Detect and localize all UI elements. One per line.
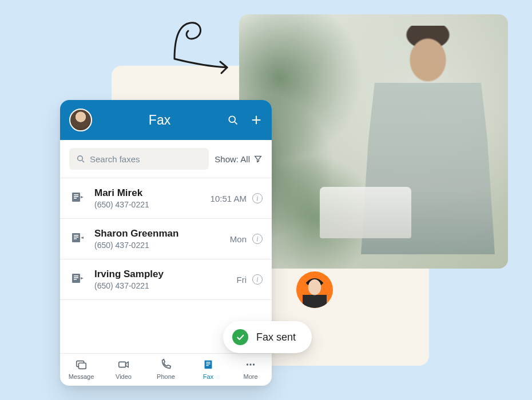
screen-title: Fax xyxy=(99,113,220,128)
hero-photo xyxy=(239,14,508,269)
video-icon xyxy=(117,358,130,371)
search-icon[interactable] xyxy=(227,114,239,126)
svg-rect-14 xyxy=(72,274,80,283)
fax-row[interactable]: Irving Sampley (650) 437-0221 Fri i xyxy=(60,259,272,300)
tab-label: Message xyxy=(69,373,94,380)
filter-label: Show: All xyxy=(215,154,250,164)
fax-in-icon xyxy=(70,230,86,247)
fax-time: 10:51 AM xyxy=(211,194,247,203)
tab-more[interactable]: More xyxy=(229,358,272,380)
svg-point-27 xyxy=(253,363,255,365)
fax-row[interactable]: Sharon Greenman (650) 437-0221 Mon i xyxy=(60,219,272,259)
search-filter-row: Search faxes Show: All xyxy=(60,140,272,178)
svg-rect-19 xyxy=(78,363,86,369)
fax-contact-phone: (650) 437-0221 xyxy=(94,200,203,209)
fax-out-icon xyxy=(70,190,86,207)
svg-line-5 xyxy=(82,161,84,162)
svg-rect-12 xyxy=(74,237,78,238)
info-icon[interactable]: i xyxy=(252,274,263,285)
tab-label: More xyxy=(243,373,257,380)
profile-avatar[interactable] xyxy=(69,109,92,131)
svg-rect-11 xyxy=(74,235,78,236)
svg-rect-15 xyxy=(74,275,78,277)
tab-message[interactable]: Message xyxy=(60,358,102,380)
fax-contact-phone: (650) 437-0221 xyxy=(94,241,222,250)
tab-fax[interactable]: Fax xyxy=(187,358,229,380)
tab-label: Video xyxy=(116,373,132,380)
fax-icon xyxy=(202,358,215,371)
fax-sent-toast: Fax sent xyxy=(223,321,312,353)
toast-text: Fax sent xyxy=(256,331,296,343)
svg-rect-6 xyxy=(72,193,80,202)
svg-rect-22 xyxy=(206,362,210,362)
phone-icon xyxy=(160,358,172,371)
check-icon xyxy=(232,329,248,345)
svg-rect-10 xyxy=(72,233,80,242)
fax-time: Fri xyxy=(237,275,247,285)
tab-phone[interactable]: Phone xyxy=(145,358,187,380)
svg-rect-7 xyxy=(74,194,78,195)
svg-point-4 xyxy=(78,156,83,161)
add-icon[interactable] xyxy=(250,114,263,126)
info-icon[interactable]: i xyxy=(252,234,263,244)
search-placeholder: Search faxes xyxy=(90,154,140,164)
app-header: Fax xyxy=(60,100,272,140)
filter-control[interactable]: Show: All xyxy=(215,154,263,164)
contact-avatar xyxy=(296,271,333,308)
svg-rect-24 xyxy=(206,365,209,366)
svg-point-26 xyxy=(249,363,251,365)
svg-rect-20 xyxy=(119,362,126,367)
svg-rect-23 xyxy=(206,363,210,364)
fax-row[interactable]: Mari Mirek (650) 437-0221 10:51 AM i xyxy=(60,178,272,219)
more-icon xyxy=(244,358,257,371)
fax-contact-name: Sharon Greenman xyxy=(94,228,222,239)
search-icon xyxy=(76,154,85,163)
fax-contact-name: Mari Mirek xyxy=(94,187,203,199)
arrow-doodle xyxy=(163,10,237,79)
fax-contact-name: Irving Sampley xyxy=(94,269,229,280)
fax-time: Mon xyxy=(230,234,247,244)
tab-label: Phone xyxy=(157,373,175,380)
svg-line-1 xyxy=(235,122,237,124)
tab-video[interactable]: Video xyxy=(102,358,145,380)
svg-rect-21 xyxy=(205,361,212,369)
svg-point-0 xyxy=(229,116,235,122)
fax-out-icon xyxy=(70,271,86,288)
svg-rect-17 xyxy=(74,279,77,280)
info-icon[interactable]: i xyxy=(252,193,263,203)
svg-rect-8 xyxy=(74,196,78,197)
filter-icon xyxy=(253,154,263,163)
bottom-tab-bar: Message Video Phone Fax More xyxy=(60,353,272,386)
search-input[interactable]: Search faxes xyxy=(69,148,209,170)
tab-label: Fax xyxy=(203,373,213,380)
svg-rect-13 xyxy=(74,238,77,239)
fax-contact-phone: (650) 437-0221 xyxy=(94,281,229,290)
svg-point-25 xyxy=(247,363,248,365)
svg-rect-16 xyxy=(74,277,78,278)
message-icon xyxy=(75,358,88,371)
svg-rect-9 xyxy=(74,198,77,199)
